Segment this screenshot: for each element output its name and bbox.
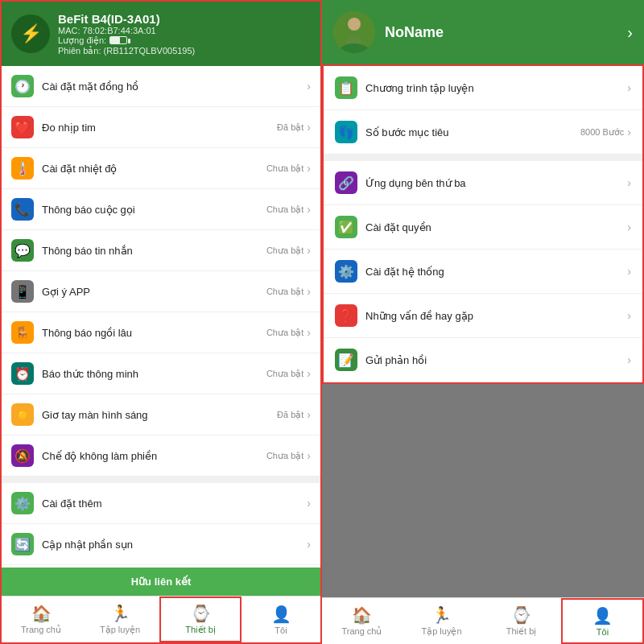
menu-item-training-program[interactable]: 📋 Chương trình tập luyện › — [324, 66, 642, 110]
device-version: Phiên bản: (RB112TQLBV005195) — [58, 46, 195, 56]
heart-icon: ❤️ — [11, 116, 34, 138]
device-info: BeFit B4(ID-3A01) MAC: 78:02:B7:44:3A:01… — [58, 12, 195, 56]
menu-item-temp[interactable]: 🌡️ Cài đặt nhiệt độ Chưa bật › — [2, 148, 320, 189]
menu-label-feedback: Gửi phản hồi — [365, 354, 627, 366]
right-home-icon: 🏠 — [352, 605, 372, 625]
sitting-icon: 🪑 — [11, 321, 34, 344]
menu-item-faq[interactable]: ❓ Những vấn đề hay gặp › — [324, 294, 642, 338]
alarm-icon: ⏰ — [11, 362, 34, 385]
right-spacer: 🏠 Trang chủ 🏃 Tập luyện ⌚ Thiết bị 👤 Tôi — [322, 384, 644, 644]
device-header: ⚡ BeFit B4(ID-3A01) MAC: 78:02:B7:44:3A:… — [2, 2, 320, 66]
device-battery: Lượng điện: — [58, 35, 195, 46]
right-section-divider — [324, 155, 642, 161]
menu-item-alarm[interactable]: ⏰ Báo thức thông minh Chưa bật › — [2, 353, 320, 394]
menu-item-firmware[interactable]: 🔄 Cập nhật phần sụn › — [2, 524, 320, 565]
menu-item-clock[interactable]: 🕐 Cài đặt mặt đồng hồ › — [2, 66, 320, 107]
nav-device-label: Thiết bị — [185, 625, 216, 635]
avatar-image — [333, 11, 375, 53]
menu-label-message: Thông báo tin nhắn — [42, 245, 266, 257]
menu-label-clock: Cài đặt mặt đồng hồ — [42, 80, 307, 93]
menu-item-third-party[interactable]: 🔗 Ứng dụng bên thứ ba › — [324, 161, 642, 205]
me-icon: 👤 — [271, 605, 291, 624]
menu-label-faq: Những vấn đề hay gặp — [365, 310, 627, 322]
right-nav-me[interactable]: 👤 Tôi — [561, 598, 644, 644]
menu-label-sitting: Thông báo ngồi lâu — [42, 327, 266, 339]
menu-label-third-party: Ứng dụng bên thứ ba — [365, 177, 627, 189]
left-menu-list: 🕐 Cài đặt mặt đồng hồ › ❤️ Đo nhịp tim Đ… — [2, 66, 320, 568]
right-nav-device-label: Thiết bị — [506, 626, 537, 637]
exercise-icon: 🏃 — [110, 604, 130, 623]
menu-label-system: Cài đặt hệ thống — [365, 266, 627, 278]
menu-item-permissions[interactable]: ✅ Cài đặt quyền › — [324, 205, 642, 250]
left-bottom-nav: 🏠 Trang chủ 🏃 Tập luyện ⌚ Thiết bị 👤 Tôi — [2, 596, 320, 642]
menu-label-temp: Cài đặt nhiệt độ — [42, 163, 266, 175]
menu-label-dnd: Chế độ không làm phiền — [42, 450, 266, 462]
menu-item-steps-goal[interactable]: 👣 Số bước mục tiêu 8000 Bước › — [324, 110, 642, 155]
right-bottom-nav: 🏠 Trang chủ 🏃 Tập luyện ⌚ Thiết bị 👤 Tôi — [322, 597, 644, 644]
dnd-icon: 🔕 — [11, 444, 34, 467]
menu-item-raise[interactable]: ☀️ Giơ tay màn hình sáng Đã bật › — [2, 394, 320, 436]
menu-item-message[interactable]: 💬 Thông báo tin nhắn Chưa bật › — [2, 230, 320, 271]
right-phone-panel: NoName › 📋 Chương trình tập luyện › 👣 Số… — [322, 0, 644, 644]
menu-item-heart[interactable]: ❤️ Đo nhịp tim Đã bật › — [2, 107, 320, 148]
menu-label-call: Thông báo cuộc gọi — [42, 204, 266, 216]
right-nav-exercise-label: Tập luyện — [421, 626, 461, 637]
profile-arrow: › — [627, 23, 633, 42]
feedback-icon: 📝 — [335, 349, 357, 371]
connect-button[interactable]: Hữu liên kết — [11, 572, 311, 591]
menu-item-dnd[interactable]: 🔕 Chế độ không làm phiền Chưa bật › — [2, 436, 320, 477]
profile-name: NoName — [385, 24, 617, 41]
home-icon: 🏠 — [31, 604, 52, 623]
right-nav-exercise[interactable]: 🏃 Tập luyện — [402, 598, 481, 644]
device-mac: MAC: 78:02:B7:44:3A:01 — [58, 26, 195, 35]
right-nav-home[interactable]: 🏠 Trang chủ — [322, 598, 402, 644]
app-icon: 📱 — [11, 280, 34, 303]
third-party-icon: 🔗 — [335, 171, 357, 194]
menu-item-call[interactable]: 📞 Thông báo cuộc gọi Chưa bật › — [2, 189, 320, 230]
training-program-icon: 📋 — [335, 76, 357, 99]
nav-me-label: Tôi — [275, 625, 287, 635]
menu-item-system-settings[interactable]: ⚙️ Cài đặt hệ thống › — [324, 250, 642, 294]
right-exercise-icon: 🏃 — [431, 605, 452, 625]
menu-item-app[interactable]: 📱 Gợi ý APP Chưa bật › — [2, 271, 320, 312]
nav-exercise-left[interactable]: 🏃 Tập luyện — [80, 597, 159, 642]
svg-point-2 — [348, 18, 361, 31]
menu-label-alarm: Báo thức thông minh — [42, 368, 266, 380]
right-nav-home-label: Trang chủ — [341, 626, 382, 637]
steps-icon: 👣 — [335, 121, 357, 143]
menu-label-settings-more: Cài đặt thêm — [42, 497, 307, 510]
menu-item-feedback[interactable]: 📝 Gửi phản hồi › — [324, 338, 642, 382]
right-nav-device[interactable]: ⌚ Thiết bị — [481, 598, 561, 644]
right-device-icon: ⌚ — [511, 605, 531, 625]
connect-button-wrap[interactable]: Hữu liên kết — [2, 568, 320, 596]
profile-header[interactable]: NoName › — [322, 0, 644, 64]
menu-label-steps: Số bước mục tiêu — [365, 126, 580, 138]
raise-icon: ☀️ — [11, 403, 34, 426]
nav-device-left[interactable]: ⌚ Thiết bị — [159, 597, 242, 642]
menu-label-app: Gợi ý APP — [42, 286, 266, 298]
device-name: BeFit B4(ID-3A01) — [58, 12, 195, 26]
menu-label-heart: Đo nhịp tim — [42, 122, 277, 134]
menu-item-sitting[interactable]: 🪑 Thông báo ngồi lâu Chưa bật › — [2, 312, 320, 353]
menu-item-settings-more[interactable]: ⚙️ Cài đặt thêm › — [2, 483, 320, 524]
settings-more-icon: ⚙️ — [11, 492, 34, 514]
menu-label-training: Chương trình tập luyện — [365, 82, 627, 94]
profile-avatar — [333, 11, 375, 53]
nav-home-left[interactable]: 🏠 Trang chủ — [2, 597, 80, 642]
section-divider — [2, 477, 320, 483]
message-icon: 💬 — [11, 239, 34, 262]
nav-home-label: Trang chủ — [21, 625, 61, 635]
nav-me-left[interactable]: 👤 Tôi — [242, 597, 320, 642]
menu-label-firmware: Cập nhật phần sụn — [42, 539, 307, 551]
right-me-icon: 👤 — [592, 606, 613, 625]
right-menu: 📋 Chương trình tập luyện › 👣 Số bước mục… — [322, 64, 644, 384]
temp-icon: 🌡️ — [11, 157, 34, 180]
battery-icon — [109, 36, 127, 44]
menu-label-raise: Giơ tay màn hình sáng — [42, 409, 277, 421]
left-phone-panel: ⚡ BeFit B4(ID-3A01) MAC: 78:02:B7:44:3A:… — [0, 0, 322, 644]
menu-label-permissions: Cài đặt quyền — [365, 221, 627, 233]
firmware-icon: 🔄 — [11, 533, 34, 555]
device-logo-icon: ⚡ — [11, 14, 50, 53]
system-settings-icon: ⚙️ — [335, 260, 357, 283]
nav-exercise-label: Tập luyện — [100, 625, 140, 635]
